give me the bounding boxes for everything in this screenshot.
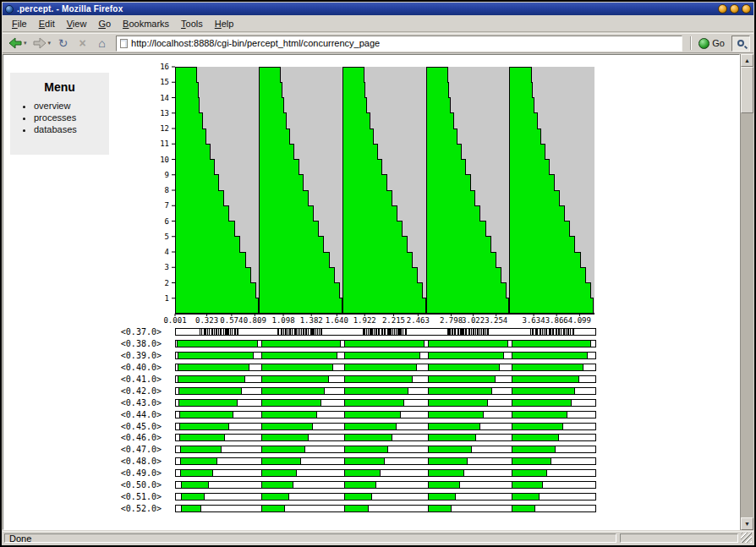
reload-button[interactable]: ↻: [54, 36, 72, 50]
home-button[interactable]: ⌂: [93, 36, 111, 50]
active-segment: [261, 364, 333, 370]
titlebar[interactable]: .percept. - Mozilla Firefox: [3, 3, 753, 15]
menu-bookmarks[interactable]: Bookmarks: [117, 17, 175, 30]
menu-link-processes[interactable]: processes: [34, 112, 109, 123]
activity-tick: [371, 329, 372, 335]
activity-tick: [223, 329, 224, 335]
url-text[interactable]: http://localhost:8888/cgi-bin/percept_ht…: [131, 38, 380, 48]
process-pid-label[interactable]: <0.42.0>: [92, 386, 162, 396]
process-pid-label[interactable]: <0.39.0>: [92, 351, 162, 360]
activity-tick: [397, 329, 398, 335]
process-pid-label[interactable]: <0.51.0>: [92, 492, 162, 501]
go-button[interactable]: Go: [696, 37, 727, 50]
active-segment: [180, 446, 222, 452]
activity-tick: [368, 329, 369, 335]
stop-icon: ×: [75, 37, 90, 49]
process-pid-label[interactable]: <0.41.0>: [92, 375, 162, 384]
svg-text:1.922: 1.922: [353, 316, 376, 325]
process-row: <0.45.0>: [92, 420, 596, 432]
process-pid-label[interactable]: <0.45.0>: [92, 422, 162, 431]
process-pid-label[interactable]: <0.52.0>: [92, 504, 162, 513]
active-segment: [344, 376, 413, 382]
activity-tick: [391, 329, 392, 335]
process-row: <0.44.0>: [92, 408, 596, 420]
activity-tick: [481, 329, 482, 335]
process-pid-label[interactable]: <0.43.0>: [92, 398, 162, 408]
process-row: <0.51.0>: [92, 490, 596, 502]
process-pid-label[interactable]: <0.44.0>: [92, 410, 162, 419]
minimize-button[interactable]: [718, 4, 727, 14]
active-segment: [178, 364, 249, 370]
activity-tick: [290, 329, 291, 335]
active-segment: [344, 400, 404, 406]
active-segment: [512, 400, 572, 406]
svg-text:10: 10: [160, 156, 169, 164]
scroll-up-button[interactable]: ▲: [741, 54, 753, 67]
svg-text:3.022: 3.022: [462, 316, 485, 325]
active-segment: [512, 482, 544, 488]
url-bar[interactable]: http://localhost:8888/cgi-bin/percept_ht…: [116, 36, 682, 52]
process-pid-label[interactable]: <0.37.0>: [92, 327, 162, 336]
back-button[interactable]: ▾: [6, 36, 29, 50]
menu-go[interactable]: Go: [92, 17, 117, 30]
back-dropdown-icon[interactable]: ▾: [24, 40, 27, 46]
process-pid-label[interactable]: <0.49.0>: [92, 468, 162, 478]
svg-text:3.254: 3.254: [485, 316, 507, 325]
activity-tick: [207, 329, 208, 335]
menubar: File Edit View Go Bookmarks Tools Help: [3, 16, 753, 32]
activity-tick: [561, 329, 562, 335]
scrollbar-track[interactable]: [741, 67, 753, 517]
search-icon: [737, 40, 744, 46]
process-pid-label[interactable]: <0.40.0>: [92, 363, 162, 372]
menu-file[interactable]: File: [6, 17, 33, 30]
active-segment: [344, 412, 400, 418]
active-segment: [512, 446, 556, 452]
forward-button[interactable]: ▾: [30, 36, 53, 50]
activity-tick: [376, 329, 377, 335]
process-pid-label[interactable]: <0.50.0>: [92, 480, 162, 490]
close-button[interactable]: [742, 4, 751, 14]
menu-view[interactable]: View: [61, 17, 93, 30]
scroll-down-button[interactable]: ▼: [741, 517, 753, 530]
activity-tick: [485, 329, 486, 335]
process-row: <0.40.0>: [92, 362, 596, 374]
activity-tick: [306, 329, 307, 335]
svg-text:2.463: 2.463: [407, 316, 430, 325]
scrollbar-thumb[interactable]: [741, 67, 753, 113]
svg-text:6: 6: [165, 217, 169, 226]
activity-tick: [308, 329, 309, 335]
vertical-scrollbar[interactable]: ▲ ▼: [740, 54, 753, 530]
search-button[interactable]: [731, 36, 750, 52]
activity-bar: [175, 493, 596, 501]
menu-tools[interactable]: Tools: [175, 17, 209, 30]
stop-button[interactable]: ×: [74, 36, 91, 50]
activity-bar: [175, 505, 596, 512]
svg-text:4.099: 4.099: [568, 316, 591, 325]
active-segment: [344, 388, 408, 394]
active-segment: [178, 388, 242, 394]
window-buttons: [718, 4, 751, 14]
forward-dropdown-icon[interactable]: ▾: [48, 40, 52, 46]
maximize-button[interactable]: [730, 4, 739, 14]
menu-link-databases[interactable]: databases: [34, 123, 109, 135]
active-segment: [512, 364, 583, 370]
process-pid-label[interactable]: <0.47.0>: [92, 445, 162, 454]
activity-tick: [232, 329, 233, 335]
active-segment: [344, 424, 397, 429]
active-segment: [512, 341, 592, 347]
activity-tick: [283, 329, 284, 335]
resize-grip[interactable]: [741, 533, 752, 543]
firefox-icon: [5, 5, 14, 14]
content-area: Menu overview processes databases 123456…: [3, 54, 753, 530]
active-segment: [428, 364, 500, 370]
menu-help[interactable]: Help: [209, 17, 240, 30]
menu-edit[interactable]: Edit: [33, 17, 61, 30]
activity-tick: [544, 329, 545, 335]
process-pid-label[interactable]: <0.46.0>: [92, 433, 162, 442]
process-pid-label[interactable]: <0.48.0>: [92, 457, 162, 466]
menu-link-overview[interactable]: overview: [34, 100, 109, 112]
process-pid-label[interactable]: <0.38.0>: [92, 339, 162, 348]
activity-tick: [314, 329, 315, 335]
menu-panel-title: Menu: [10, 80, 109, 94]
svg-text:15: 15: [160, 78, 169, 86]
